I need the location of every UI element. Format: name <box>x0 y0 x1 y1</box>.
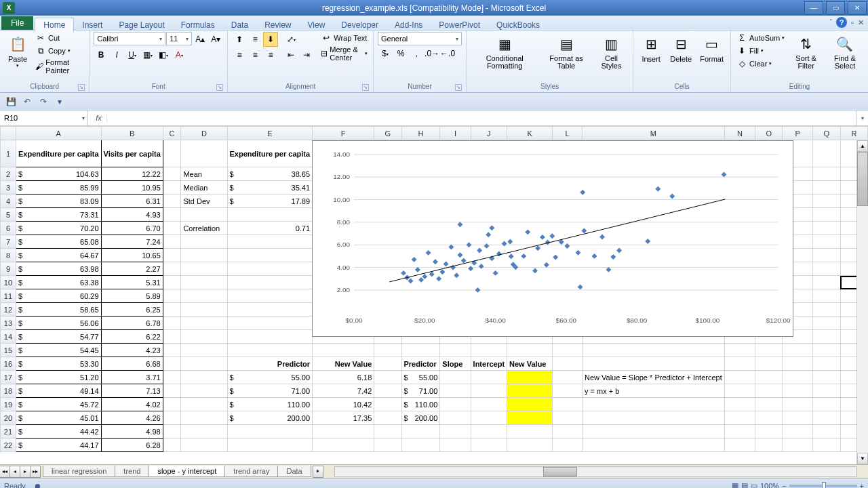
cut-button[interactable]: ✂Cut <box>34 32 85 44</box>
cell[interactable] <box>163 357 181 371</box>
cell[interactable] <box>181 411 227 425</box>
cell[interactable] <box>163 140 181 167</box>
cell[interactable] <box>163 303 181 317</box>
cell[interactable] <box>374 344 401 357</box>
cell[interactable]: 10.65 <box>101 249 163 262</box>
cell[interactable] <box>374 398 401 411</box>
cell[interactable] <box>163 411 181 425</box>
cell[interactable] <box>227 317 313 330</box>
dialog-launcher[interactable]: ↘ <box>455 84 462 91</box>
cell[interactable]: 65.08 <box>16 235 101 249</box>
cell[interactable]: 45.72 <box>16 398 101 411</box>
sort-filter-button[interactable]: ⇅Sort & Filter <box>789 32 823 71</box>
cell[interactable]: 55.00 <box>401 371 440 384</box>
cell[interactable]: 4.23 <box>101 344 163 357</box>
cell[interactable] <box>163 425 181 439</box>
cell[interactable]: 10.42 <box>313 398 374 411</box>
cell[interactable] <box>755 371 783 384</box>
cell[interactable]: Predictor <box>401 357 440 371</box>
sheet-tab[interactable]: trend array <box>224 466 278 477</box>
ribbon-tab-developer[interactable]: Developer <box>333 18 387 32</box>
zoom-in-button[interactable]: + <box>860 482 864 489</box>
col-header[interactable]: D <box>181 127 227 140</box>
ribbon-tab-insert[interactable]: Insert <box>74 18 111 32</box>
cell[interactable] <box>724 357 755 371</box>
cell[interactable] <box>163 181 181 195</box>
cell[interactable] <box>401 439 440 452</box>
cell[interactable] <box>181 208 227 222</box>
macro-record-icon[interactable]: ⏺ <box>34 482 41 489</box>
cell[interactable] <box>440 398 471 411</box>
cell[interactable] <box>181 384 227 398</box>
cell[interactable]: 12.22 <box>101 167 163 181</box>
cell[interactable]: 110.00 <box>227 398 313 411</box>
cell[interactable] <box>553 411 583 425</box>
cell[interactable] <box>181 439 227 452</box>
cell[interactable]: 54.45 <box>16 344 101 357</box>
cell[interactable]: 83.09 <box>16 195 101 208</box>
formula-input[interactable] <box>110 114 856 122</box>
row-header[interactable]: 19 <box>1 398 16 411</box>
cell[interactable] <box>181 249 227 262</box>
cell[interactable] <box>724 398 755 411</box>
underline-button[interactable]: U▾ <box>125 47 140 62</box>
cell[interactable]: 4.26 <box>101 411 163 425</box>
cell[interactable] <box>163 384 181 398</box>
cell[interactable] <box>812 384 840 398</box>
cell[interactable]: 56.06 <box>16 317 101 330</box>
cell[interactable] <box>724 371 755 384</box>
cell[interactable]: 35.41 <box>227 181 313 195</box>
cell[interactable] <box>553 439 583 452</box>
cell[interactable]: 85.99 <box>16 181 101 195</box>
cell[interactable] <box>553 398 583 411</box>
cell[interactable]: 44.17 <box>16 439 101 452</box>
cell[interactable]: 7.42 <box>313 384 374 398</box>
cell[interactable] <box>553 344 583 357</box>
align-top-button[interactable]: ⬆ <box>232 32 247 47</box>
row-header[interactable]: 17 <box>1 371 16 384</box>
cell[interactable] <box>227 235 313 249</box>
cell[interactable] <box>471 344 507 357</box>
cell[interactable] <box>812 140 840 167</box>
cell[interactable]: Std Dev <box>181 195 227 208</box>
scatter-chart[interactable]: 2.004.006.008.0010.0012.0014.00$0.00$20.… <box>312 140 793 337</box>
cell[interactable] <box>181 425 227 439</box>
cell[interactable] <box>471 439 507 452</box>
cell[interactable] <box>471 371 507 384</box>
cell[interactable] <box>313 439 374 452</box>
row-header[interactable]: 11 <box>1 289 16 303</box>
cell[interactable] <box>181 276 227 289</box>
row-header[interactable]: 12 <box>1 303 16 317</box>
col-header[interactable]: A <box>16 127 101 140</box>
clear-button[interactable]: ◇Clear ▾ <box>735 58 786 70</box>
workbook-close-icon[interactable]: ✕ <box>858 18 864 27</box>
cell[interactable] <box>181 398 227 411</box>
vertical-scrollbar[interactable]: ▲ ▼ <box>856 140 868 464</box>
cell[interactable]: 5.89 <box>101 289 163 303</box>
minimize-button[interactable]: — <box>804 1 823 15</box>
cell[interactable] <box>471 384 507 398</box>
cell[interactable] <box>553 425 583 439</box>
row-header[interactable]: 18 <box>1 384 16 398</box>
cell[interactable] <box>374 425 401 439</box>
cell[interactable] <box>227 249 313 262</box>
cell[interactable] <box>812 208 840 222</box>
cell[interactable] <box>440 371 471 384</box>
cell[interactable] <box>582 398 724 411</box>
close-button[interactable]: ✕ <box>848 1 867 15</box>
border-button[interactable]: ▦▾ <box>140 47 155 62</box>
cell[interactable] <box>812 344 840 357</box>
fx-button[interactable]: fx <box>91 114 107 122</box>
align-right-button[interactable]: ≡ <box>263 47 278 62</box>
minimize-ribbon-icon[interactable]: ˆ <box>829 18 832 26</box>
cell[interactable] <box>812 303 840 317</box>
cell[interactable]: Median <box>181 181 227 195</box>
cell[interactable]: 104.63 <box>16 167 101 181</box>
undo-button[interactable]: ↶ <box>20 95 34 108</box>
comma-button[interactable]: , <box>409 46 424 61</box>
cell[interactable] <box>724 411 755 425</box>
cell[interactable]: Correlation <box>181 222 227 235</box>
row-header[interactable]: 13 <box>1 317 16 330</box>
file-tab[interactable]: File <box>1 16 33 30</box>
cell[interactable] <box>812 235 840 249</box>
